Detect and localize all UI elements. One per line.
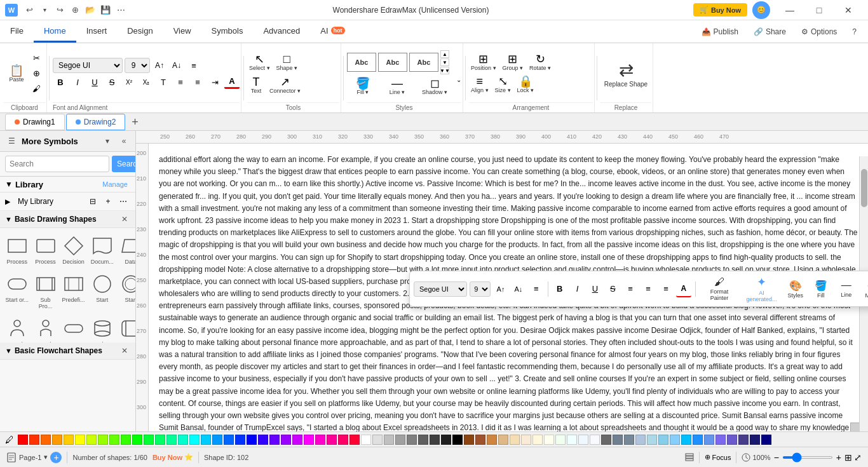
style-box-1[interactable]: Abc bbox=[347, 53, 376, 72]
strikethrough-button[interactable]: S bbox=[104, 75, 119, 89]
font-size-select[interactable]: 9 bbox=[125, 58, 150, 73]
color-swatch[interactable] bbox=[281, 435, 291, 445]
ft-ai[interactable]: ✦ AI generated... bbox=[742, 274, 781, 304]
color-swatch[interactable] bbox=[235, 435, 245, 445]
ft-format-painter[interactable]: 🖌 Format Painter bbox=[700, 275, 740, 302]
shape-process-1[interactable]: Process bbox=[4, 232, 31, 267]
rotate-button[interactable]: ↻ Rotate ▾ bbox=[527, 52, 553, 72]
share-button[interactable]: 🔗 Share bbox=[747, 25, 792, 39]
shape-data[interactable]: Data bbox=[118, 232, 135, 267]
color-swatch[interactable] bbox=[418, 435, 428, 445]
color-swatch[interactable] bbox=[121, 435, 131, 445]
align-text-button[interactable]: ≡ bbox=[186, 58, 201, 72]
section-close-2[interactable]: ✕ bbox=[119, 345, 130, 356]
connector-button[interactable]: ↗ Connector ▾ bbox=[268, 75, 302, 95]
shape-document[interactable]: Docum... bbox=[89, 232, 116, 267]
color-swatch[interactable] bbox=[327, 435, 337, 445]
paste-button[interactable]: 📋 Paste bbox=[5, 64, 28, 84]
style-expand[interactable]: ▼▼ bbox=[440, 67, 449, 74]
color-swatch[interactable] bbox=[601, 435, 611, 445]
color-swatch[interactable] bbox=[407, 435, 417, 445]
maximize-button[interactable]: □ bbox=[804, 0, 834, 20]
color-swatch[interactable] bbox=[338, 435, 348, 445]
color-swatch[interactable] bbox=[212, 435, 222, 445]
color-swatch[interactable] bbox=[132, 435, 142, 445]
page-dropdown[interactable]: ▾ bbox=[44, 453, 48, 461]
focus-button[interactable]: ⊕ Focus bbox=[705, 453, 731, 461]
page-label[interactable]: Page-1 bbox=[19, 454, 41, 461]
buy-now-status[interactable]: Buy Now ⭐ bbox=[153, 453, 193, 461]
numbered-list-button[interactable]: ≡ bbox=[190, 75, 205, 89]
menu-symbols[interactable]: Symbols bbox=[201, 20, 254, 43]
ft-list[interactable]: ≡ bbox=[623, 281, 638, 297]
shape-start-circle-2[interactable]: Start bbox=[118, 270, 135, 312]
help-button[interactable]: ? bbox=[846, 25, 863, 39]
section-close-1[interactable]: ✕ bbox=[119, 213, 130, 225]
scroll-thumb[interactable] bbox=[861, 169, 867, 207]
user-avatar[interactable]: 😊 bbox=[752, 1, 770, 19]
color-swatch[interactable] bbox=[224, 435, 234, 445]
undo-dropdown[interactable]: ▾ bbox=[37, 3, 52, 18]
panel-menu-button[interactable]: ▾ bbox=[101, 135, 114, 147]
my-library-more[interactable]: ⋯ bbox=[116, 194, 130, 208]
decrease-font-button[interactable]: A↓ bbox=[169, 58, 184, 72]
minimize-button[interactable]: — bbox=[775, 0, 804, 20]
superscript-button[interactable]: X² bbox=[121, 75, 137, 89]
color-swatch[interactable] bbox=[384, 435, 394, 445]
font-family-select[interactable]: Segoe UI bbox=[53, 58, 123, 73]
copy-button[interactable]: ⊕ bbox=[29, 67, 44, 81]
options-button[interactable]: ⚙ Options bbox=[795, 25, 843, 39]
style-box-2[interactable]: Abc bbox=[378, 53, 407, 72]
fullscreen-button[interactable]: ⤢ bbox=[854, 452, 862, 463]
styles-expand[interactable]: ⌄ bbox=[456, 76, 461, 97]
ft-align2[interactable]: ≡ bbox=[658, 281, 674, 297]
color-swatch[interactable] bbox=[487, 435, 497, 445]
color-swatch[interactable] bbox=[578, 435, 588, 445]
ft-fill[interactable]: 🪣 Fill bbox=[810, 278, 832, 300]
subscript-button[interactable]: X₂ bbox=[139, 75, 154, 89]
shape-person-1[interactable]: People bbox=[4, 315, 31, 342]
shape-decision[interactable]: Decision bbox=[61, 232, 86, 267]
color-swatch[interactable] bbox=[555, 435, 566, 445]
open-file-button[interactable]: 📂 bbox=[83, 3, 98, 18]
bullet-list-button[interactable]: ≡ bbox=[173, 75, 188, 89]
color-swatch[interactable] bbox=[247, 435, 257, 445]
ft-bold[interactable]: B bbox=[552, 281, 567, 297]
color-swatch[interactable] bbox=[750, 435, 760, 445]
format-painter-button[interactable]: 🖌 bbox=[29, 82, 44, 96]
search-button[interactable]: Search bbox=[112, 156, 136, 172]
color-swatch[interactable] bbox=[670, 435, 680, 445]
increase-font-button[interactable]: A↑ bbox=[152, 58, 167, 72]
color-swatch[interactable] bbox=[693, 435, 703, 445]
add-page-button[interactable]: + bbox=[50, 452, 62, 463]
color-swatch[interactable] bbox=[532, 435, 543, 445]
shape-person-2[interactable]: People bbox=[33, 315, 58, 342]
tab-drawing2[interactable]: Drawing2 bbox=[66, 114, 126, 130]
color-swatch[interactable] bbox=[567, 435, 577, 445]
menu-insert[interactable]: Insert bbox=[76, 20, 118, 43]
color-swatch[interactable] bbox=[681, 435, 691, 445]
color-swatch[interactable] bbox=[166, 435, 177, 445]
close-button[interactable]: ✕ bbox=[834, 0, 863, 20]
pen-tool-icon[interactable]: 🖊 bbox=[5, 435, 14, 445]
zoom-minus[interactable]: − bbox=[773, 452, 780, 463]
lock-button[interactable]: 🔒 Lock ▾ bbox=[515, 74, 536, 95]
color-swatch[interactable] bbox=[510, 435, 520, 445]
color-swatch[interactable] bbox=[430, 435, 440, 445]
style-box-3[interactable]: Abc bbox=[409, 53, 438, 72]
color-swatch[interactable] bbox=[521, 435, 531, 445]
position-button[interactable]: ⊞ Position ▾ bbox=[469, 52, 498, 72]
panel-collapse-button[interactable]: ☰ bbox=[5, 135, 18, 147]
search-input[interactable] bbox=[5, 156, 109, 172]
shape-start-circle[interactable]: Start bbox=[89, 270, 116, 312]
italic-button[interactable]: I bbox=[70, 75, 85, 89]
shape-stored[interactable]: Stored ... bbox=[118, 315, 135, 342]
color-swatch[interactable] bbox=[41, 435, 51, 445]
color-swatch[interactable] bbox=[29, 435, 39, 445]
color-swatch[interactable] bbox=[635, 435, 646, 445]
color-swatch[interactable] bbox=[624, 435, 634, 445]
color-swatch[interactable] bbox=[269, 435, 280, 445]
line-style-button[interactable]: — Line ▾ bbox=[381, 76, 413, 97]
ft-font-color[interactable]: A bbox=[676, 281, 691, 297]
ft-underline[interactable]: U bbox=[587, 281, 602, 297]
